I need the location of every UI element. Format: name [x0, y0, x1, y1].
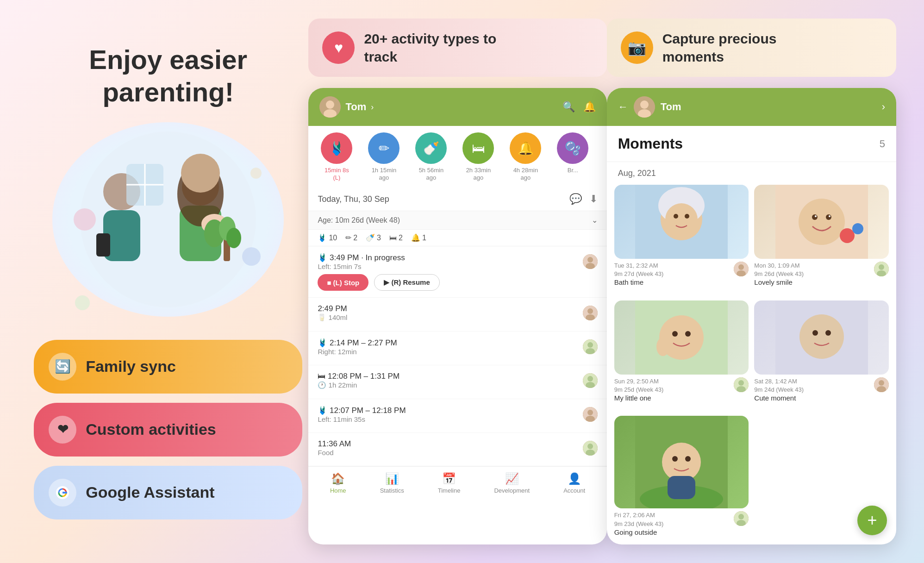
svg-point-75 [799, 314, 844, 359]
log-user-2 [583, 306, 598, 320]
feature-google-assistant[interactable]: Google Assistant [34, 466, 302, 519]
month-label: Aug, 2021 [607, 162, 896, 185]
photo-date-1: Tue 31, 2:32 AM9m 27d (Week 43) [614, 262, 664, 278]
log-user-5 [583, 407, 598, 422]
log-user-6 [583, 441, 598, 456]
feature-custom-activities[interactable]: ❤ Custom activities [34, 403, 302, 457]
photo-caption-4: Cute moment [754, 394, 804, 402]
message-icon[interactable]: 💬 [569, 193, 582, 205]
home-icon: 🏠 [331, 472, 345, 485]
activity-counts: 🩱 10 ✏ 2 🍼 3 🛏 2 🔔 1 [308, 230, 606, 246]
log-time-1: 🩱 3:49 PM · In progress [318, 253, 405, 263]
nav-home[interactable]: 🏠 Home [330, 472, 346, 494]
svg-point-85 [672, 456, 678, 462]
log-entry-1: 🩱 3:49 PM · In progress Left: 15min 7s ■… [308, 246, 606, 298]
statistics-icon: 📊 [385, 472, 399, 485]
nav-development[interactable]: 📈 Development [494, 472, 530, 494]
svg-rect-3 [96, 233, 110, 256]
moments-header: ← Tom › [607, 88, 896, 126]
medicine-label: 1h 15minago [372, 167, 396, 181]
bottle-label: 5h 56minago [419, 167, 443, 181]
svg-point-58 [826, 214, 831, 220]
download-icon[interactable]: ⬇ [589, 193, 598, 205]
photo-caption-2: Lovely smile [754, 278, 804, 286]
svg-point-88 [738, 514, 744, 519]
photo-thumb-5[interactable] [614, 416, 749, 508]
phone-nav: 🏠 Home 📊 Statistics 📅 Timeline 📈 Develop… [308, 466, 606, 500]
custom-activities-icon: ❤ [49, 416, 76, 444]
chevron-down-icon[interactable]: ⌄ [592, 216, 598, 225]
diaper-count: 🔔 1 [411, 233, 426, 242]
activity-banner-text: 20+ activity types to track [364, 30, 496, 66]
photo-thumb-2[interactable] [754, 185, 889, 259]
photo-thumb-3[interactable] [614, 300, 749, 375]
back-icon[interactable]: ← [618, 101, 628, 113]
photo-user-2 [874, 262, 889, 276]
photo-date-3: Sun 29, 2:50 AM9m 25d (Week 43) [614, 377, 664, 394]
svg-point-60 [829, 215, 830, 217]
account-icon: 👤 [568, 472, 581, 485]
header-icons: 🔍 🔔 [562, 101, 596, 113]
svg-point-23 [326, 100, 334, 109]
date-icons: 💬 ⬇ [569, 193, 598, 205]
svg-point-7 [181, 154, 220, 193]
activity-nursing[interactable]: 🩱 15min 8s(L) [316, 132, 357, 181]
log-user-4 [583, 373, 598, 388]
svg-point-62 [852, 223, 863, 234]
log-detail-5: Left: 11min 35s [318, 415, 406, 423]
google-assistant-label: Google Assistant [86, 483, 214, 501]
nursing-count: 🩱 10 [318, 233, 337, 242]
photo-caption-3: My little one [614, 394, 664, 402]
resume-button[interactable]: ▶ (R) Resume [374, 274, 440, 291]
activity-bottle[interactable]: 🍼 5h 56minago [410, 132, 452, 181]
svg-rect-21 [62, 492, 67, 494]
middle-panel: ♥ 20+ activity types to track Tom › [308, 19, 606, 544]
svg-point-83 [662, 443, 701, 482]
nursing-label: 15min 8s(L) [325, 167, 349, 181]
header-left: Tom › [319, 96, 374, 118]
nav-statistics[interactable]: 📊 Statistics [380, 472, 404, 494]
google-assistant-icon [49, 479, 76, 507]
stop-button[interactable]: ■ (L) Stop [318, 274, 368, 291]
svg-point-44 [640, 100, 649, 109]
log-time-3: 🩱 2:14 PM – 2:27 PM [318, 338, 397, 348]
log-detail-6: Food [318, 449, 351, 457]
nav-timeline[interactable]: 📅 Timeline [438, 472, 461, 494]
diaper-label: 4h 28minago [513, 167, 538, 181]
moments-avatar [634, 96, 655, 118]
bottle-count: 🍼 3 [366, 233, 381, 242]
svg-point-51 [685, 214, 689, 219]
photo-user-3 [734, 377, 749, 392]
svg-point-49 [665, 203, 698, 236]
log-actions-1: ■ (L) Stop ▶ (R) Resume [318, 274, 597, 291]
feature-family-sync[interactable]: 🔄 Family sync [34, 340, 302, 394]
photo-thumb-1[interactable] [614, 185, 749, 259]
photo-caption-1: Bath time [614, 278, 664, 286]
photo-date-2: Mon 30, 1:09 AM9m 26d (Week 43) [754, 262, 804, 278]
activity-banner: ♥ 20+ activity types to track [308, 19, 606, 77]
log-detail-2: 🥛 140ml [318, 313, 347, 322]
activity-medicine[interactable]: ✏ 1h 15minago [363, 132, 405, 181]
activity-sleep[interactable]: 🛏 2h 33minago [457, 132, 499, 181]
add-moment-button[interactable]: + [857, 506, 887, 535]
tracker-phone: Tom › 🔍 🔔 🩱 15min 8s(L) ✏ 1h 15minago 🍼 … [308, 88, 606, 544]
activity-icons-row: 🩱 15min 8s(L) ✏ 1h 15minago 🍼 5h 56minag… [308, 126, 606, 188]
svg-point-50 [674, 214, 678, 219]
svg-point-72 [738, 380, 744, 386]
bell-icon[interactable]: 🔔 [583, 101, 596, 113]
activity-breastpump[interactable]: 🫧 Br... [552, 132, 593, 181]
log-time-4: 🛏 12:08 PM – 1:31 PM [318, 372, 400, 381]
development-icon: 📈 [505, 472, 519, 485]
chevron-right-icon-moments[interactable]: › [882, 101, 885, 113]
photo-thumb-4[interactable] [754, 300, 889, 375]
camera-banner-icon: 📷 [621, 31, 653, 64]
svg-point-32 [587, 342, 593, 348]
svg-point-9 [74, 208, 96, 231]
log-user-1 [583, 254, 598, 269]
photo-entry-1: Tue 31, 2:32 AM9m 27d (Week 43) Bath tim… [614, 185, 749, 295]
user-name: Tom [345, 101, 366, 113]
left-panel: Enjoy easier parenting! [28, 19, 308, 544]
nav-account[interactable]: 👤 Account [563, 472, 585, 494]
activity-diaper[interactable]: 🔔 4h 28minago [505, 132, 546, 181]
search-icon[interactable]: 🔍 [562, 101, 575, 113]
